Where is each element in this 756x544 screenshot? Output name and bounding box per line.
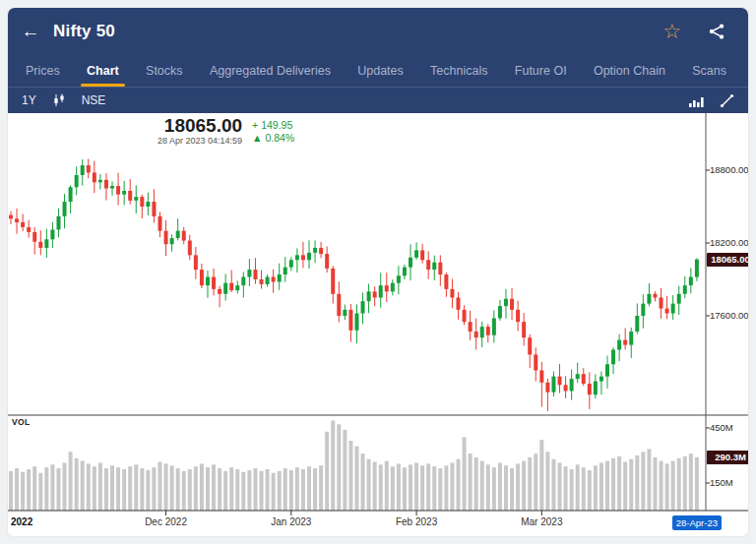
candle-body xyxy=(528,337,532,354)
tab-option-chain[interactable]: Option Chain xyxy=(588,54,671,87)
candle-body xyxy=(63,202,67,216)
candle-body xyxy=(247,270,251,276)
candle-body xyxy=(623,340,627,345)
volume-bar xyxy=(253,468,257,511)
candle-body xyxy=(93,172,96,182)
volume-bar xyxy=(38,473,42,511)
candle-body xyxy=(284,268,287,274)
candle-body xyxy=(653,294,657,298)
date-axis-label: 2022 xyxy=(11,516,32,527)
candle-body xyxy=(15,218,19,222)
trendline-tool-icon[interactable] xyxy=(720,93,734,108)
volume-bar xyxy=(27,469,31,511)
candle-body xyxy=(44,239,48,248)
candle-body xyxy=(104,180,108,189)
volume-axis-label: 450M xyxy=(710,423,748,433)
candle-body xyxy=(32,232,36,242)
volume-bar xyxy=(325,432,329,511)
page-title: Nifty 50 xyxy=(53,22,115,41)
volume-bar xyxy=(689,453,693,511)
volume-bar xyxy=(653,457,657,511)
candle-body xyxy=(629,332,633,345)
candle-body xyxy=(27,227,31,232)
tab-scans[interactable]: Scans xyxy=(686,54,732,87)
candle-body xyxy=(361,301,365,313)
volume-bar xyxy=(241,472,245,511)
change-value: + 149.95 xyxy=(252,119,294,132)
candle-body xyxy=(403,268,407,276)
candle-body xyxy=(152,202,156,216)
volume-bar xyxy=(313,468,317,511)
candle-style-icon[interactable] xyxy=(52,93,66,107)
candle-body xyxy=(564,385,568,391)
date-axis-label: Jan 2023 xyxy=(262,516,321,527)
candle-body xyxy=(56,216,60,230)
volume-bar xyxy=(9,471,13,511)
candle-body xyxy=(21,222,25,227)
tab-future-oi[interactable]: Future OI xyxy=(509,54,573,87)
volume-bar xyxy=(44,467,48,511)
volume-bar xyxy=(104,468,108,511)
favorite-star-icon[interactable]: ☆ xyxy=(662,21,681,41)
candle-body xyxy=(474,332,478,337)
volume-bar xyxy=(564,466,568,511)
volume-axis-label: 150M xyxy=(710,478,748,488)
volume-bar xyxy=(32,466,36,511)
candle-body xyxy=(635,316,639,332)
volume-bar xyxy=(319,465,323,511)
volume-bar xyxy=(695,457,699,511)
candle-body xyxy=(420,250,424,260)
candle-body xyxy=(158,216,162,231)
back-button[interactable]: ← xyxy=(8,21,53,42)
volume-bar xyxy=(469,453,472,511)
candle-body xyxy=(319,248,323,254)
candle-body xyxy=(307,253,311,260)
tab-technicals[interactable]: Technicals xyxy=(424,54,493,87)
candle-body xyxy=(313,248,317,253)
exchange-toggle[interactable]: NSE xyxy=(82,93,106,107)
volume-bar xyxy=(354,447,358,511)
volume-bar xyxy=(122,469,126,511)
volume-bar xyxy=(641,452,645,511)
share-icon[interactable] xyxy=(707,22,726,41)
quote-timestamp: 28 Apr 2023 04:14:59 xyxy=(158,136,242,146)
volume-bar xyxy=(420,465,424,511)
candle-body xyxy=(354,314,358,331)
tab-updates[interactable]: Updates xyxy=(351,54,410,87)
price-axis-label: 18200.00 xyxy=(710,238,748,248)
candle-body xyxy=(241,277,245,286)
volume-bar xyxy=(235,469,239,511)
candle-body xyxy=(194,255,198,270)
volume-bar xyxy=(212,464,216,511)
candlestick-chart[interactable]: 18065.00 28 Apr 2023 04:14:59 + 149.95 ▲… xyxy=(8,113,748,536)
last-volume-tag: 290.3M xyxy=(707,451,748,464)
tab-prices[interactable]: Prices xyxy=(20,54,66,87)
volume-bar xyxy=(75,458,79,511)
volume-bar xyxy=(158,462,162,511)
candle-body xyxy=(87,165,91,172)
tab-aggregated-deliveries[interactable]: Aggregated Deliveries xyxy=(204,54,337,87)
candle-body xyxy=(140,197,144,207)
volume-bar xyxy=(426,463,430,511)
volume-bar xyxy=(444,465,448,511)
volume-bar xyxy=(223,471,227,511)
tab-chart[interactable]: Chart xyxy=(81,54,125,87)
candle-body xyxy=(605,364,609,376)
volume-bar xyxy=(170,465,174,511)
volume-bar xyxy=(623,462,627,511)
chart-canvas[interactable] xyxy=(8,113,748,536)
volume-bar xyxy=(516,463,520,511)
timeframe-button[interactable]: 1Y xyxy=(22,93,36,107)
volume-bar xyxy=(486,464,490,511)
candle-body xyxy=(677,294,681,304)
candle-body xyxy=(289,260,293,267)
tab-stocks[interactable]: Stocks xyxy=(140,54,189,87)
candle-body xyxy=(218,289,221,294)
volume-bar xyxy=(528,457,532,511)
candle-body xyxy=(510,299,514,310)
volume-bar xyxy=(551,459,555,511)
quote-main: 18065.00 28 Apr 2023 04:14:59 xyxy=(158,116,242,146)
volume-bar xyxy=(539,440,543,511)
chart-type-icon[interactable] xyxy=(688,94,704,107)
candle-body xyxy=(522,322,526,337)
